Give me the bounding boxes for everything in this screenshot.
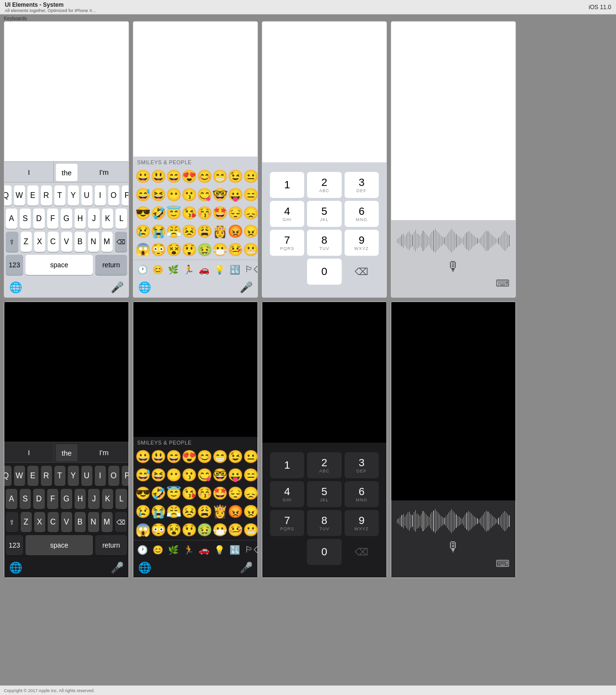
key-w[interactable]: W [14,466,25,486]
key-d[interactable]: D [33,209,45,229]
emoji-cell[interactable]: 😀 [135,447,151,466]
emoji-delete-icon[interactable]: ⌫ [254,545,258,555]
key-g[interactable]: G [61,209,72,229]
key-g[interactable]: G [61,489,72,509]
key-c[interactable]: C [48,232,59,252]
keyboard-hide-icon[interactable]: ⌨ [496,277,510,289]
key-o[interactable]: O [108,185,119,206]
emoji-cell[interactable]: 😡 [228,502,243,521]
emoji-cell[interactable]: 😶 [166,466,181,484]
emoji-cell[interactable]: 🤣 [151,204,166,222]
emoji-tab-2[interactable]: 🌿 [168,264,179,275]
dictation-mic-icon[interactable]: 🎙 [447,259,460,275]
dictation-icon[interactable]: 🎤 [111,281,124,294]
emoji-tab-5[interactable]: 💡 [214,545,225,555]
emoji-cell[interactable]: 👸 [212,222,228,240]
dial-key-7[interactable]: 7PQRS [270,510,304,536]
emoji-cell[interactable]: 😛 [228,466,243,484]
dial-key-4[interactable]: 4GHI [270,201,304,227]
emoji-cell[interactable]: 😩 [197,502,212,521]
emoji-cell[interactable]: 😘 [181,204,197,222]
emoji-cell[interactable]: 😆 [151,185,166,204]
key-q[interactable]: Q [4,466,12,486]
key-v[interactable]: V [61,232,72,252]
emoji-cell[interactable]: 😬 [243,521,258,539]
key-m[interactable]: M [102,232,113,252]
emoji-cell[interactable]: 😅 [135,185,151,204]
emoji-cell[interactable]: 😆 [151,466,166,484]
dial-key-4[interactable]: 4GHI [270,481,304,507]
key-k[interactable]: K [102,489,114,509]
dial-delete[interactable]: ⌫ [345,539,379,565]
key-v[interactable]: V [61,512,72,532]
key-r[interactable]: R [41,466,52,486]
key-y[interactable]: Y [68,185,79,206]
emoji-cell[interactable]: 😁 [212,447,228,466]
dial-key-0[interactable]: 0 [307,259,341,285]
emoji-cell[interactable]: 😶 [166,185,181,204]
emoji-cell[interactable]: 😄 [166,447,181,466]
delete-key[interactable]: ⌫ [115,232,128,252]
emoji-cell[interactable]: 😢 [135,502,151,521]
emoji-cell[interactable]: 🤒 [228,521,243,539]
emoji-cell[interactable]: 😎 [135,484,151,502]
emoji-cell[interactable]: 🤓 [212,185,228,204]
emoji-tab-5[interactable]: 💡 [214,264,225,275]
emoji-cell[interactable]: 😤 [166,502,181,521]
key-k[interactable]: K [102,209,114,229]
emoji-cell[interactable]: 😭 [151,502,166,521]
globe-icon[interactable]: 🌐 [138,562,151,574]
emoji-cell[interactable]: 😞 [243,204,258,222]
key-h[interactable]: H [75,209,86,229]
dial-key-2[interactable]: 2ABC [307,452,341,478]
key-t[interactable]: T [54,466,65,486]
key-j[interactable]: J [88,489,100,509]
emoji-cell[interactable]: 😭 [151,222,166,240]
dial-key-5[interactable]: 5JKL [307,481,341,507]
emoji-cell[interactable]: 😑 [243,466,258,484]
emoji-cell[interactable]: 😊 [197,447,212,466]
emoji-cell[interactable]: 😉 [228,447,243,466]
key-q[interactable]: Q [4,185,12,206]
key-y[interactable]: Y [68,466,79,486]
dial-key-9[interactable]: 9WXYZ [345,510,379,536]
key-o[interactable]: O [108,466,119,486]
key-t[interactable]: T [54,185,65,206]
emoji-cell[interactable]: 😘 [181,484,197,502]
emoji-cell[interactable]: 😉 [228,167,243,185]
key-e[interactable]: E [27,185,38,206]
key-b[interactable]: B [75,232,86,252]
emoji-cell[interactable]: 🤣 [151,484,166,502]
key-p[interactable]: P [122,185,129,206]
emoji-cell[interactable]: 😞 [243,484,258,502]
emoji-cell[interactable]: 😵 [166,521,181,539]
dial-delete[interactable]: ⌫ [345,259,379,285]
emoji-tab-1[interactable]: 😊 [153,545,163,555]
emoji-cell[interactable]: 😋 [197,466,212,484]
key-f[interactable]: F [47,209,59,229]
emoji-cell[interactable]: 😱 [135,240,151,259]
emoji-cell[interactable]: 😃 [151,447,166,466]
emoji-cell[interactable]: 😊 [197,167,212,185]
emoji-tab-7[interactable]: 🏳 [245,264,254,275]
emoji-cell[interactable]: 😬 [243,240,258,259]
emoji-cell[interactable]: 😇 [166,484,181,502]
emoji-cell[interactable]: 😤 [166,222,181,240]
emoji-cell[interactable]: 🤩 [212,484,228,502]
emoji-cell[interactable]: 😚 [197,484,212,502]
dial-key-3[interactable]: 3DEF [345,172,379,198]
emoji-tab-7[interactable]: 🏳 [245,545,254,555]
emoji-cell[interactable]: 🤒 [228,240,243,259]
emoji-delete-icon[interactable]: ⌫ [254,264,258,275]
dictation-mic-icon[interactable]: 🎙 [447,539,460,555]
globe-icon[interactable]: 🌐 [138,281,151,294]
emoji-tab-4[interactable]: 🚗 [199,264,209,275]
emoji-cell[interactable]: 😣 [181,222,197,240]
dial-key-7[interactable]: 7PQRS [270,230,304,256]
emoji-cell[interactable]: 😃 [151,167,166,185]
return-key[interactable]: return [95,255,127,275]
key-z[interactable]: Z [21,512,32,532]
emoji-cell[interactable]: 😗 [181,185,197,204]
emoji-tab-1[interactable]: 😊 [153,264,163,275]
emoji-cell[interactable]: 😎 [135,204,151,222]
